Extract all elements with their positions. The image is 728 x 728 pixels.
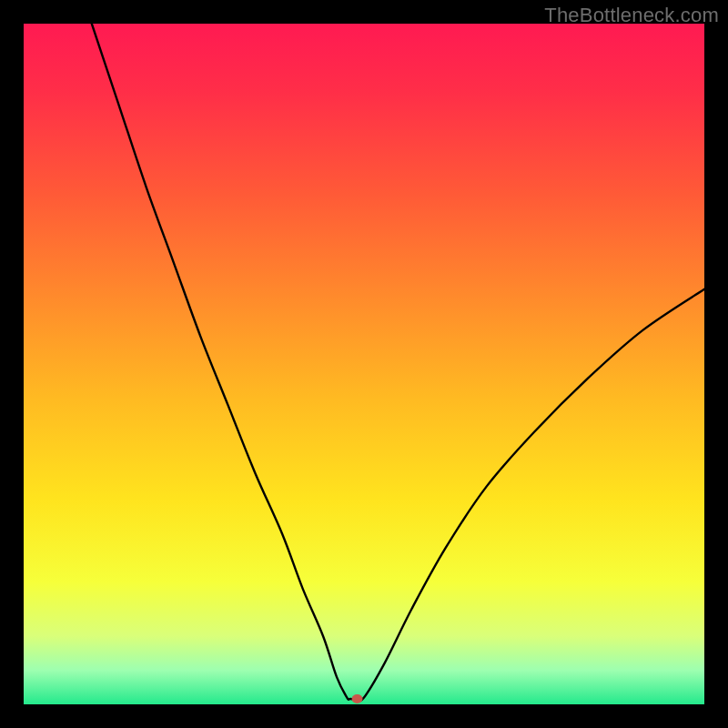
watermark-text: TheBottleneck.com (544, 4, 719, 27)
plot-area (24, 24, 704, 704)
bottleneck-curve (92, 24, 704, 701)
curve-layer (24, 24, 704, 704)
chart-frame: TheBottleneck.com (0, 0, 728, 728)
optimum-marker (352, 694, 363, 703)
